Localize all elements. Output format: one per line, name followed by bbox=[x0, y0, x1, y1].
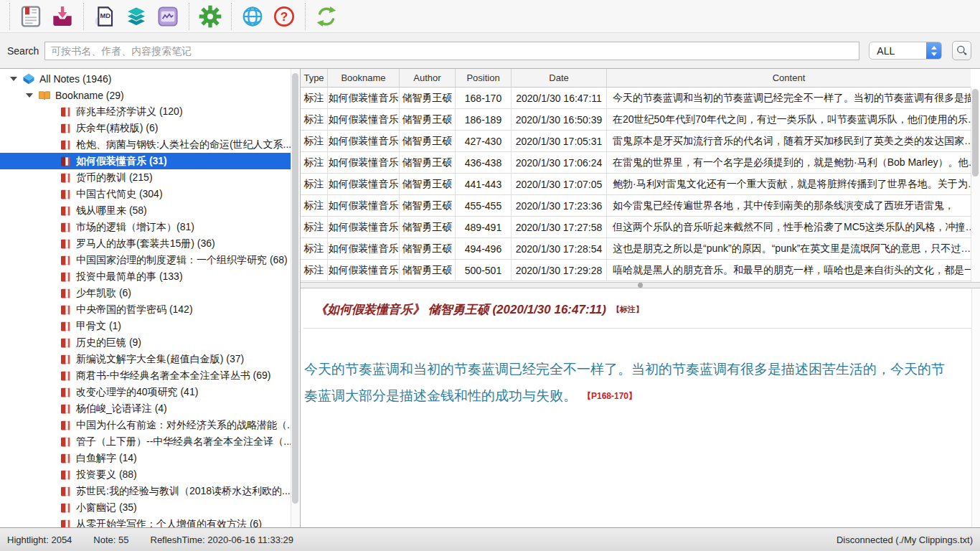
sidebar-item-book[interactable]: 薛兆丰经济学讲义 (120) bbox=[0, 103, 300, 120]
filter-dropdown[interactable]: ALL bbox=[869, 42, 942, 60]
detail-scrollbar-track[interactable] bbox=[971, 288, 980, 527]
sidebar-item-book[interactable]: 新编说文解字大全集(超值白金版) (37) bbox=[0, 351, 300, 367]
sidebar-item-book[interactable]: 少年凯歌 (6) bbox=[0, 285, 300, 301]
sidebar-item-label: 甲骨文 (1) bbox=[76, 320, 121, 333]
statistics-button[interactable] bbox=[152, 1, 184, 32]
sidebar-item-book[interactable]: 罗马人的故事(套装共15册) (36) bbox=[0, 235, 300, 252]
book-icon bbox=[59, 221, 72, 234]
clippings-button[interactable] bbox=[15, 1, 47, 32]
table-row[interactable]: 标注如何假装懂音乐储智勇王硕494-4962020/1/30 17:28:54这… bbox=[301, 238, 971, 260]
sidebar-item-book[interactable]: 小窗幽记 (35) bbox=[0, 499, 300, 516]
cell-bookname: 如何假装懂音乐 bbox=[328, 238, 400, 259]
bookname-folder-icon bbox=[38, 89, 51, 102]
sidebar-item-book[interactable]: 中国国家治理的制度逻辑：一个组织学研究 (68) bbox=[0, 252, 300, 268]
sidebar-scrollbar-thumb[interactable] bbox=[292, 73, 298, 504]
sidebar-item-book[interactable]: 甲骨文 (1) bbox=[0, 318, 300, 334]
markdown-export-button[interactable]: MD bbox=[89, 1, 121, 32]
sidebar-item-book-selected[interactable]: 如何假装懂音乐 (31) bbox=[0, 153, 300, 169]
sidebar-item-book[interactable]: 从零开始学写作：个人增值的有效方法 (6) bbox=[0, 516, 300, 527]
panel-splitter[interactable] bbox=[301, 282, 980, 288]
sidebar-item-book[interactable]: 杨伯峻_论语译注 (4) bbox=[0, 400, 300, 417]
sidebar-item-book[interactable]: 枪炮、病菌与钢铁:人类社会的命运(世纪人文系... bbox=[0, 136, 300, 153]
sidebar-item-book[interactable]: 投资要义 (88) bbox=[0, 466, 300, 483]
cell-bookname: 如何假装懂音乐 bbox=[328, 195, 400, 216]
sidebar-item-book[interactable]: 市场的逻辑（增订本）(81) bbox=[0, 219, 300, 235]
settings-button[interactable] bbox=[194, 1, 226, 32]
note-detail-title: 《如何假装懂音乐》 储智勇王硕 (2020/1/30 16:47:11)【标注】 bbox=[315, 301, 961, 318]
layers-button[interactable] bbox=[121, 1, 152, 32]
website-button[interactable] bbox=[237, 1, 268, 32]
toolbar-separator bbox=[231, 3, 232, 30]
table-row[interactable]: 标注如何假装懂音乐储智勇王硕500-5012020/1/30 17:29:28嘻… bbox=[301, 260, 971, 281]
sidebar-item-label: 罗马人的故事(套装共15册) (36) bbox=[76, 237, 215, 250]
sidebar-item-book[interactable]: 白鱼解字 (14) bbox=[0, 450, 300, 466]
cell-position: 494-496 bbox=[456, 238, 512, 259]
search-input[interactable] bbox=[44, 42, 859, 60]
table-scrollbar-track[interactable] bbox=[971, 88, 980, 282]
table-row[interactable]: 标注如何假装懂音乐储智勇王硕427-4302020/1/30 17:05:31雷… bbox=[301, 131, 971, 152]
sidebar-item-label: 中国国家治理的制度逻辑：一个组织学研究 (68) bbox=[76, 254, 288, 267]
disclosure-triangle-icon[interactable] bbox=[26, 93, 33, 98]
help-button[interactable]: ? bbox=[268, 1, 300, 32]
column-header-date[interactable]: Date bbox=[512, 69, 607, 87]
cell-author: 储智勇王硕 bbox=[400, 88, 456, 108]
table-row[interactable]: 标注如何假装懂音乐储智勇王硕168-1702020/1/30 16:47:11今… bbox=[301, 88, 971, 109]
sidebar-item-label: 市场的逻辑（增订本）(81) bbox=[76, 221, 194, 234]
sidebar-item-label: 少年凯歌 (6) bbox=[76, 287, 131, 300]
cell-content: 这也是朋克之所以是“punk”的原因。“punk”在英文里是流氓阿飞的意思，只不… bbox=[607, 238, 971, 259]
table-row[interactable]: 标注如何假装懂音乐储智勇王硕455-4552020/1/30 17:23:36如… bbox=[301, 195, 971, 217]
sidebar-item-book[interactable]: 庆余年(精校版) (6) bbox=[0, 120, 300, 136]
column-header-author[interactable]: Author bbox=[400, 69, 456, 87]
sidebar-item-all-notes[interactable]: All Notes (1946) bbox=[0, 70, 300, 87]
sidebar-scrollbar-track[interactable] bbox=[291, 69, 300, 527]
table-row[interactable]: 标注如何假装懂音乐储智勇王硕186-1892020/1/30 16:50:39在… bbox=[301, 109, 971, 131]
cell-type: 标注 bbox=[301, 217, 328, 237]
cell-type: 标注 bbox=[301, 152, 328, 173]
sidebar-item-book[interactable]: 管子（上下册）--中华经典名著全本全注全译（... bbox=[0, 433, 300, 450]
column-header-type[interactable]: Type bbox=[301, 69, 328, 87]
svg-text:MD: MD bbox=[100, 12, 110, 19]
import-button[interactable] bbox=[47, 1, 78, 32]
book-icon bbox=[59, 270, 72, 283]
cell-author: 储智勇王硕 bbox=[400, 238, 456, 259]
sidebar-item-book[interactable]: 中央帝国的哲学密码 (142) bbox=[0, 301, 300, 318]
book-icon bbox=[59, 122, 72, 135]
help-icon: ? bbox=[273, 5, 296, 28]
refresh-button[interactable] bbox=[311, 1, 342, 32]
status-bar: Hightlight: 2054 Note: 55 RefleshTime: 2… bbox=[0, 527, 980, 551]
sidebar-item-book[interactable]: 钱从哪里来 (58) bbox=[0, 202, 300, 219]
sidebar-item-label: 中国为什么有前途：对外经济关系的战略潜能（... bbox=[76, 419, 296, 432]
table-row[interactable]: 标注如何假装懂音乐储智勇王硕441-4432020/1/30 17:07:05鲍… bbox=[301, 174, 971, 195]
sidebar-item-bookname-group[interactable]: Bookname (29) bbox=[0, 87, 300, 103]
book-icon bbox=[59, 320, 72, 333]
sidebar-item-book[interactable]: 中国为什么有前途：对外经济关系的战略潜能（... bbox=[0, 417, 300, 433]
sidebar-item-label: 中央帝国的哲学密码 (142) bbox=[76, 303, 193, 316]
book-icon bbox=[59, 369, 72, 382]
sidebar-item-label: 小窗幽记 (35) bbox=[76, 501, 137, 514]
sidebar-item-book[interactable]: 货币的教训 (215) bbox=[0, 169, 300, 186]
cell-date: 2020/1/30 17:28:54 bbox=[512, 238, 607, 259]
table-row[interactable]: 标注如何假装懂音乐储智勇王硕489-4912020/1/30 17:27:58但… bbox=[301, 217, 971, 238]
sidebar-item-book[interactable]: 商君书-中华经典名著全本全注全译丛书 (69) bbox=[0, 367, 300, 384]
sidebar-item-book[interactable]: 苏世民:我的经验与教训（2018读桥水达利欧的... bbox=[0, 483, 300, 499]
sidebar-item-book[interactable]: 投资中最简单的事 (133) bbox=[0, 268, 300, 285]
cell-position: 500-501 bbox=[456, 260, 512, 281]
table-scrollbar-thumb[interactable] bbox=[972, 89, 979, 176]
search-button[interactable] bbox=[952, 41, 971, 60]
table-row[interactable]: 标注如何假装懂音乐储智勇王硕436-4382020/1/30 17:06:24在… bbox=[301, 152, 971, 174]
note-type-tag: 【标注】 bbox=[612, 305, 644, 314]
sidebar-item-book[interactable]: 历史的巨镜 (9) bbox=[0, 334, 300, 351]
book-icon bbox=[59, 171, 72, 184]
disclosure-triangle-icon[interactable] bbox=[10, 77, 17, 81]
sidebar-item-book[interactable]: 中国古代简史 (304) bbox=[0, 186, 300, 202]
refresh-icon bbox=[315, 5, 338, 28]
all-notes-icon bbox=[22, 72, 35, 85]
sidebar-item-label: 苏世民:我的经验与教训（2018读桥水达利欧的... bbox=[76, 485, 291, 498]
column-header-bookname[interactable]: Bookname bbox=[328, 69, 400, 87]
cell-bookname: 如何假装懂音乐 bbox=[328, 217, 400, 237]
column-header-position[interactable]: Position bbox=[456, 69, 512, 87]
column-header-content[interactable]: Content bbox=[607, 69, 971, 87]
sidebar-item-book[interactable]: 改变心理学的40项研究 (41) bbox=[0, 384, 300, 400]
cell-position: 168-170 bbox=[456, 88, 512, 108]
book-icon bbox=[59, 402, 72, 415]
